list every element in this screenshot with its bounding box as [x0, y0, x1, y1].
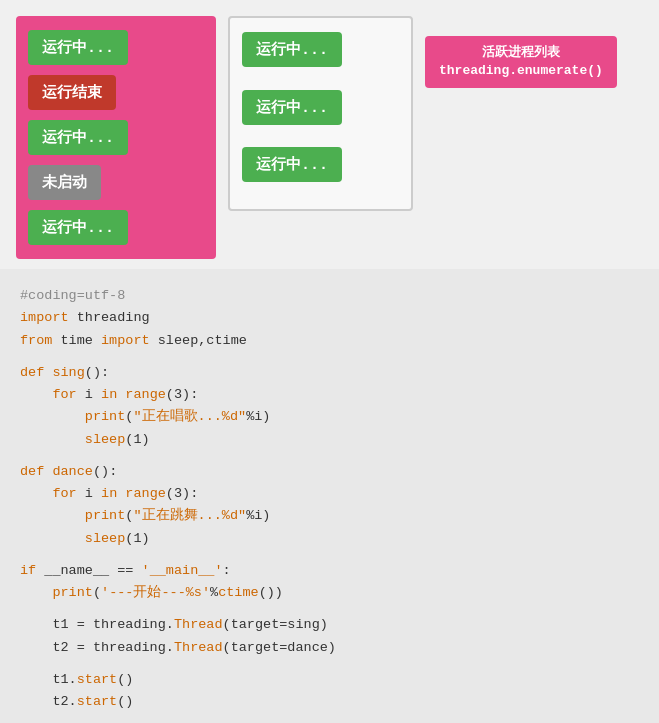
badge-finished: 运行结束 [28, 75, 116, 110]
code-line-9: for i in range(3): [20, 483, 639, 505]
code-line-11: sleep(1) [20, 528, 639, 550]
code-blank-3 [20, 550, 639, 560]
code-line-16: t1.start() [20, 669, 639, 691]
thread-box-2: 运行中... 运行中... 运行中... [228, 16, 413, 211]
enumerate-box: 活跃进程列表 threading.enumerate() [425, 36, 617, 88]
code-line-8: def dance(): [20, 461, 639, 483]
code-line-1: #coding=utf-8 [20, 285, 639, 307]
badge-running-5: 运行中... [242, 90, 342, 125]
code-line-7: sleep(1) [20, 429, 639, 451]
code-area: #coding=utf-8 import threading from time… [0, 269, 659, 723]
badge-running-6: 运行中... [242, 147, 342, 182]
badge-running-4: 运行中... [242, 32, 342, 67]
badge-running-1: 运行中... [28, 30, 128, 65]
code-line-6: print("正在唱歌...%d"%i) [20, 406, 639, 428]
visualization-area: 运行中... 运行结束 运行中... 未启动 运行中... 运行中... 运行中… [0, 0, 659, 269]
code-line-14: t1 = threading.Thread(target=sing) [20, 614, 639, 636]
code-line-5: for i in range(3): [20, 384, 639, 406]
badge-running-3: 运行中... [28, 210, 128, 245]
badge-not-started: 未启动 [28, 165, 101, 200]
code-line-17: t2.start() [20, 691, 639, 713]
code-line-12: if __name__ == '__main__': [20, 560, 639, 582]
code-blank-5 [20, 659, 639, 669]
code-line-2: import threading [20, 307, 639, 329]
enumerate-line1: 活跃进程列表 [482, 45, 560, 60]
code-line-10: print("正在跳舞...%d"%i) [20, 505, 639, 527]
code-blank-4 [20, 604, 639, 614]
thread-box-1: 运行中... 运行结束 运行中... 未启动 运行中... [16, 16, 216, 259]
code-line-3: from time import sleep,ctime [20, 330, 639, 352]
code-line-13: print('---开始---%s'%ctime()) [20, 582, 639, 604]
code-line-15: t2 = threading.Thread(target=dance) [20, 637, 639, 659]
code-blank-1 [20, 352, 639, 362]
badge-running-2: 运行中... [28, 120, 128, 155]
code-blank-2 [20, 451, 639, 461]
code-line-4: def sing(): [20, 362, 639, 384]
enumerate-line2: threading.enumerate() [439, 63, 603, 78]
enumerate-label: 活跃进程列表 threading.enumerate() [425, 36, 617, 88]
